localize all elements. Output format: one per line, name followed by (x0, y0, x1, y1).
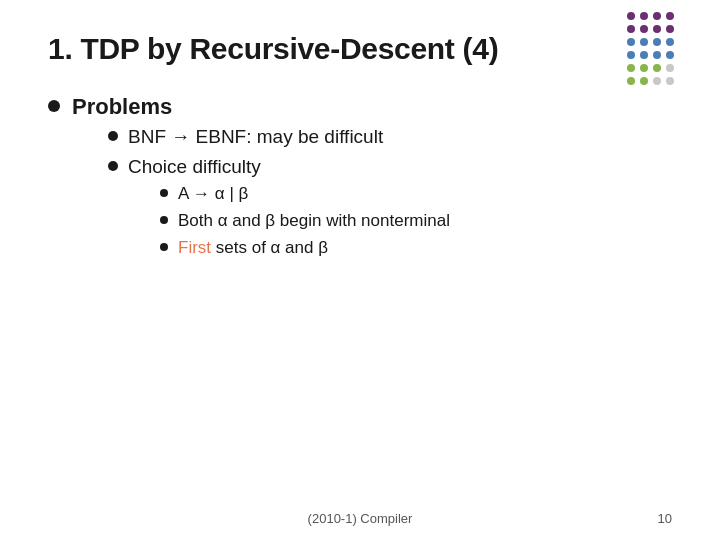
decoration-dot (666, 25, 674, 33)
level3-container: A → α | β Both α and β begin with nonter… (160, 184, 450, 258)
level3-item-first: First sets of α and β (160, 238, 450, 258)
level3-text-rule: A → α | β (178, 184, 248, 204)
level2-item-bnf: BNF → EBNF: may be difficult (108, 126, 450, 148)
level3-item-both: Both α and β begin with nonterminal (160, 211, 450, 231)
decoration-dot (692, 64, 700, 72)
level3-text-first: First sets of α and β (178, 238, 328, 258)
slide: 1. TDP by Recursive-Descent (4) Problems… (0, 0, 720, 540)
level3-item-rule: A → α | β (160, 184, 450, 204)
decoration-dot (653, 77, 661, 85)
decoration-dot (692, 51, 700, 59)
decoration-dot (640, 12, 648, 20)
bullet2-choice (108, 161, 118, 171)
decoration-dot (653, 38, 661, 46)
level1-label: Problems (72, 94, 172, 119)
decoration-dot (640, 25, 648, 33)
decoration-dot (679, 64, 687, 72)
decoration-dot (653, 51, 661, 59)
level3-text-both: Both α and β begin with nonterminal (178, 211, 450, 231)
decoration-dot (666, 12, 674, 20)
decoration-dot (627, 25, 635, 33)
first-keyword: First (178, 238, 211, 257)
decoration-dot (653, 64, 661, 72)
bullet1 (48, 100, 60, 112)
decoration-dot (653, 25, 661, 33)
decoration-dot (627, 64, 635, 72)
decoration-dot (666, 38, 674, 46)
level2-container: BNF → EBNF: may be difficult Choice diff… (108, 126, 450, 265)
decoration-dot (692, 25, 700, 33)
decoration-dot (692, 12, 700, 20)
level1-item: Problems BNF → EBNF: may be difficult Ch… (48, 94, 672, 273)
decoration-dot (627, 38, 635, 46)
decoration-dot (692, 38, 700, 46)
decoration-dot (627, 51, 635, 59)
footer: (2010-1) Compiler 10 (0, 511, 720, 526)
decoration-dot (679, 38, 687, 46)
bullet2-bnf (108, 131, 118, 141)
footer-center: (2010-1) Compiler (78, 511, 642, 526)
decoration-dot (679, 12, 687, 20)
decoration-dot (627, 77, 635, 85)
level2-item-choice: Choice difficulty A → α | β Bo (108, 156, 450, 265)
decoration-dot (627, 12, 635, 20)
decoration-dot (679, 51, 687, 59)
decoration-dot (640, 51, 648, 59)
decoration-dot (640, 64, 648, 72)
decoration-dot (640, 38, 648, 46)
decoration-dot (666, 51, 674, 59)
decoration-dot (692, 77, 700, 85)
bullet3-first (160, 243, 168, 251)
decoration-dot (679, 25, 687, 33)
decoration-dots (627, 12, 702, 87)
bullet3-both (160, 216, 168, 224)
slide-title: 1. TDP by Recursive-Descent (4) (48, 32, 672, 66)
decoration-dot (653, 12, 661, 20)
level2-text-choice: Choice difficulty (128, 156, 261, 177)
decoration-dot (640, 77, 648, 85)
bullet3-rule (160, 189, 168, 197)
decoration-dot (666, 64, 674, 72)
footer-page: 10 (642, 511, 672, 526)
decoration-dot (679, 77, 687, 85)
level2-text-bnf: BNF → EBNF: may be difficult (128, 126, 383, 148)
decoration-dot (666, 77, 674, 85)
